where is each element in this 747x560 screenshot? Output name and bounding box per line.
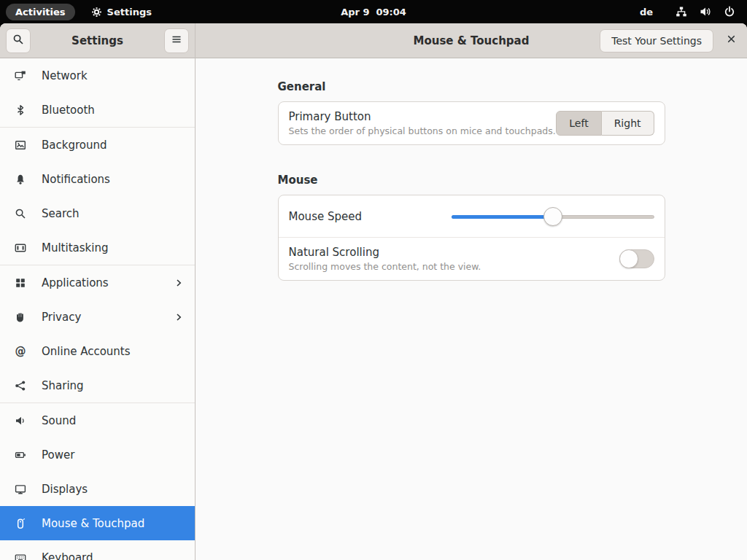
sidebar-item-multitasking[interactable]: Multitasking bbox=[0, 230, 195, 265]
test-your-settings-button[interactable]: Test Your Settings bbox=[600, 29, 713, 52]
sidebar-item-sharing[interactable]: Sharing bbox=[0, 368, 195, 402]
clock-date: Apr 9 bbox=[341, 7, 369, 18]
app-menu-label: Settings bbox=[107, 7, 152, 18]
sidebar-item-power[interactable]: Power bbox=[0, 438, 195, 472]
sidebar-item-sound[interactable]: Sound bbox=[0, 403, 195, 438]
primary-button-row: Primary Button Sets the order of physica… bbox=[279, 102, 665, 144]
chevron-right-icon bbox=[173, 277, 185, 289]
power-icon bbox=[724, 6, 735, 18]
sidebar-title: Settings bbox=[71, 34, 123, 47]
search-icon bbox=[15, 208, 26, 219]
natural-scrolling-toggle[interactable] bbox=[619, 249, 654, 268]
gear-icon bbox=[91, 7, 102, 18]
settings-window: Settings Network bbox=[0, 23, 747, 560]
sidebar-item-online-accounts[interactable]: @ Online Accounts bbox=[0, 334, 195, 368]
general-card: Primary Button Sets the order of physica… bbox=[278, 101, 665, 145]
hamburger-menu-icon bbox=[171, 34, 182, 48]
primary-button-subtitle: Sets the order of physical buttons on mi… bbox=[289, 125, 556, 136]
general-section-title: General bbox=[278, 80, 665, 93]
speaker-icon bbox=[15, 415, 26, 427]
main-pane: Mouse & Touchpad Test Your Settings Gene… bbox=[196, 23, 747, 560]
sidebar-item-mouse-touchpad[interactable]: Mouse & Touchpad bbox=[0, 506, 195, 540]
network-icon bbox=[15, 70, 26, 82]
mouse-icon bbox=[15, 518, 26, 529]
left-option-button[interactable]: Left bbox=[556, 111, 601, 136]
mouse-section: Mouse Mouse Speed Na bbox=[278, 174, 665, 281]
sidebar-item-search[interactable]: Search bbox=[0, 196, 195, 230]
chevron-right-icon bbox=[173, 311, 185, 323]
sidebar-item-notifications[interactable]: Notifications bbox=[0, 162, 195, 196]
sidebar-item-label: Mouse & Touchpad bbox=[42, 517, 144, 530]
top-bar: Activities Settings Apr 9 09:04 de bbox=[0, 0, 747, 23]
mouse-speed-slider[interactable] bbox=[452, 206, 654, 227]
system-status-area[interactable]: de bbox=[640, 6, 747, 18]
bluetooth-icon bbox=[15, 104, 26, 116]
mouse-speed-title: Mouse Speed bbox=[289, 210, 362, 223]
mouse-speed-fill bbox=[452, 215, 553, 219]
sidebar-item-network[interactable]: Network bbox=[0, 58, 195, 93]
sidebar-item-label: Network bbox=[42, 69, 88, 82]
primary-button-title: Primary Button bbox=[289, 110, 556, 123]
sidebar-item-label: Privacy bbox=[42, 311, 81, 324]
mouse-card: Mouse Speed Natural Scrolling Scrolling … bbox=[278, 195, 665, 281]
hand-icon bbox=[15, 311, 26, 323]
sidebar-item-label: Background bbox=[42, 139, 107, 152]
share-icon bbox=[15, 380, 26, 392]
sidebar-headerbar: Settings bbox=[0, 23, 195, 58]
keyboard-layout-indicator: de bbox=[640, 7, 653, 18]
natural-scrolling-subtitle: Scrolling moves the content, not the vie… bbox=[289, 261, 481, 272]
search-button[interactable] bbox=[6, 28, 31, 53]
mouse-speed-row: Mouse Speed bbox=[279, 195, 665, 237]
close-window-button[interactable] bbox=[719, 29, 743, 52]
sidebar-item-label: Bluetooth bbox=[42, 104, 95, 117]
bell-icon bbox=[15, 174, 26, 185]
sidebar-item-label: Keyboard bbox=[42, 551, 93, 560]
primary-button-segmented-control: Left Right bbox=[556, 111, 654, 136]
main-headerbar: Mouse & Touchpad Test Your Settings bbox=[196, 23, 747, 58]
page-title: Mouse & Touchpad bbox=[414, 34, 530, 47]
at-sign-icon: @ bbox=[15, 346, 26, 357]
sidebar-item-label: Applications bbox=[42, 276, 109, 289]
sidebar-item-label: Notifications bbox=[42, 173, 110, 186]
sidebar-item-label: Sound bbox=[42, 414, 76, 427]
sidebar-item-label: Sharing bbox=[42, 379, 84, 392]
display-icon bbox=[15, 483, 26, 495]
page-content: General Primary Button Sets the order of… bbox=[196, 58, 747, 281]
app-menu-button[interactable]: Settings bbox=[91, 7, 152, 18]
natural-scrolling-row: Natural Scrolling Scrolling moves the co… bbox=[279, 237, 665, 280]
sidebar-item-label: Displays bbox=[42, 483, 88, 496]
clock[interactable]: Apr 9 09:04 bbox=[341, 7, 406, 18]
background-image-icon bbox=[15, 139, 26, 151]
app-grid-icon bbox=[15, 277, 26, 289]
sidebar-item-bluetooth[interactable]: Bluetooth bbox=[0, 93, 195, 127]
sidebar-item-keyboard[interactable]: Keyboard bbox=[0, 540, 195, 560]
multitasking-icon bbox=[15, 242, 26, 254]
activities-button[interactable]: Activities bbox=[6, 4, 75, 20]
general-section: General Primary Button Sets the order of… bbox=[278, 80, 665, 145]
clock-time: 09:04 bbox=[376, 7, 406, 18]
volume-icon bbox=[700, 6, 711, 18]
battery-icon bbox=[15, 449, 26, 461]
keyboard-icon bbox=[15, 552, 26, 560]
sidebar-item-label: Multitasking bbox=[42, 241, 108, 254]
sidebar-item-privacy[interactable]: Privacy bbox=[0, 300, 195, 334]
primary-button-text: Primary Button Sets the order of physica… bbox=[289, 110, 556, 136]
mouse-speed-text: Mouse Speed bbox=[289, 210, 362, 223]
search-icon bbox=[12, 34, 24, 48]
sidebar-list: Network Bluetooth bbox=[0, 58, 195, 560]
natural-scrolling-text: Natural Scrolling Scrolling moves the co… bbox=[289, 246, 481, 272]
sidebar-item-label: Search bbox=[42, 207, 80, 220]
mouse-section-title: Mouse bbox=[278, 174, 665, 187]
right-option-button[interactable]: Right bbox=[602, 111, 654, 136]
sidebar: Settings Network bbox=[0, 23, 196, 560]
sidebar-item-background[interactable]: Background bbox=[0, 128, 195, 162]
wired-network-icon bbox=[676, 6, 687, 18]
primary-menu-button[interactable] bbox=[164, 28, 189, 53]
sidebar-item-label: Power bbox=[42, 448, 74, 462]
mouse-speed-handle[interactable] bbox=[543, 207, 562, 226]
natural-scrolling-title: Natural Scrolling bbox=[289, 246, 481, 259]
sidebar-item-applications[interactable]: Applications bbox=[0, 265, 195, 300]
toggle-knob bbox=[619, 249, 638, 268]
sidebar-item-label: Online Accounts bbox=[42, 345, 131, 358]
sidebar-item-displays[interactable]: Displays bbox=[0, 472, 195, 506]
